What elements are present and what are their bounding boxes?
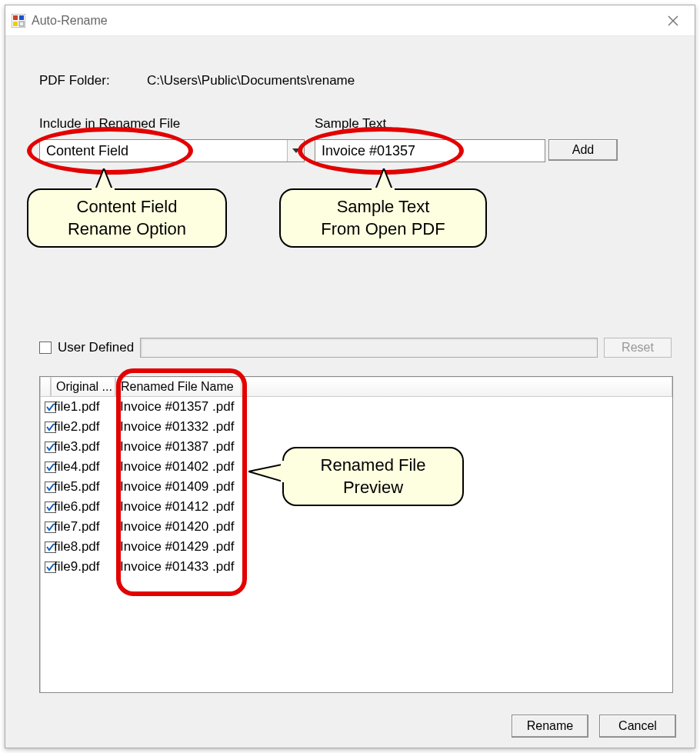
row-checkbox[interactable] [40,481,51,493]
cell-renamed: Invoice #01420 .pdf [115,519,234,535]
cell-renamed: Invoice #01357 .pdf [115,399,234,415]
annotation-callout-preview: Renamed File Preview [282,447,464,506]
pdf-folder-path: C:\Users\Public\Documents\rename [147,73,355,88]
dialog-footer: Rename Cancel [5,705,695,748]
cell-original: file7.pdf [51,519,115,535]
table-row[interactable]: file7.pdfInvoice #01420 .pdf [40,517,672,537]
table-header-spacer [242,377,672,397]
row-checkbox[interactable] [40,441,51,453]
svg-rect-4 [19,22,24,26]
row-checkbox[interactable] [40,461,51,473]
cell-renamed: Invoice #01412 .pdf [115,499,234,515]
window-title: Auto-Rename [32,14,108,28]
table-row[interactable]: file1.pdfInvoice #01357 .pdf [40,397,672,417]
table-header-blank[interactable] [40,377,51,397]
cell-renamed: Invoice #01409 .pdf [115,479,234,495]
table-header: Original ... Renamed File Name [40,377,672,397]
sample-text-value: Invoice #01357 [322,143,415,159]
row-checkbox[interactable] [40,501,51,513]
svg-rect-2 [19,15,24,20]
add-button[interactable]: Add [548,139,618,161]
cell-original: file9.pdf [51,559,115,575]
table-row[interactable]: file9.pdfInvoice #01433 .pdf [40,557,672,577]
table-header-original[interactable]: Original ... [51,377,115,397]
dialog-window: Auto-Rename PDF Folder: C:\Users\Public\… [5,5,695,748]
rename-preview-table: Original ... Renamed File Name file1.pdf… [39,376,673,693]
user-defined-row: User Defined Reset [39,338,672,358]
app-icon [12,14,25,28]
titlebar: Auto-Rename [5,5,695,36]
svg-rect-1 [13,15,18,20]
sample-text-label: Sample Text [315,116,386,132]
cell-original: file1.pdf [51,399,115,415]
table-row[interactable]: file8.pdfInvoice #01429 .pdf [40,537,672,557]
reset-button[interactable]: Reset [604,338,672,358]
user-defined-checkbox[interactable] [39,342,52,354]
svg-marker-7 [292,148,300,153]
svg-rect-3 [13,22,18,26]
cell-original: file4.pdf [51,459,115,475]
rename-button[interactable]: Rename [512,715,588,738]
row-checkbox[interactable] [40,401,51,413]
annotation-callout-content-field: Content Field Rename Option [27,188,227,248]
annotation-callout-sample-text: Sample Text From Open PDF [279,188,487,248]
client-area: PDF Folder: C:\Users\Public\Documents\re… [5,36,695,748]
table-row[interactable]: file2.pdfInvoice #01332 .pdf [40,417,672,437]
table-header-renamed[interactable]: Renamed File Name [115,377,242,397]
include-combo-value: Content Field [40,143,287,159]
cell-renamed: Invoice #01402 .pdf [115,459,234,475]
sample-text-field[interactable]: Invoice #01357 [315,139,545,162]
cancel-button[interactable]: Cancel [599,715,676,738]
row-checkbox[interactable] [40,561,51,573]
chevron-down-icon[interactable] [287,140,304,162]
row-checkbox[interactable] [40,421,51,433]
pdf-folder-row: PDF Folder: C:\Users\Public\Documents\re… [39,73,110,88]
include-combo[interactable]: Content Field [39,139,305,162]
cell-original: file2.pdf [51,419,115,435]
user-defined-input[interactable] [140,338,598,358]
cell-renamed: Invoice #01332 .pdf [115,419,234,435]
cell-renamed: Invoice #01387 .pdf [115,439,234,455]
cell-renamed: Invoice #01429 .pdf [115,539,234,555]
row-checkbox[interactable] [40,541,51,553]
user-defined-label: User Defined [58,340,134,355]
cell-original: file8.pdf [51,539,115,555]
include-label: Include in Renamed File [39,116,180,132]
cell-original: file5.pdf [51,479,115,495]
pdf-folder-label: PDF Folder: [39,73,110,88]
cell-original: file3.pdf [51,439,115,455]
row-checkbox[interactable] [40,521,51,533]
cell-renamed: Invoice #01433 .pdf [115,559,234,575]
close-button[interactable] [658,5,688,36]
cell-original: file6.pdf [51,499,115,515]
